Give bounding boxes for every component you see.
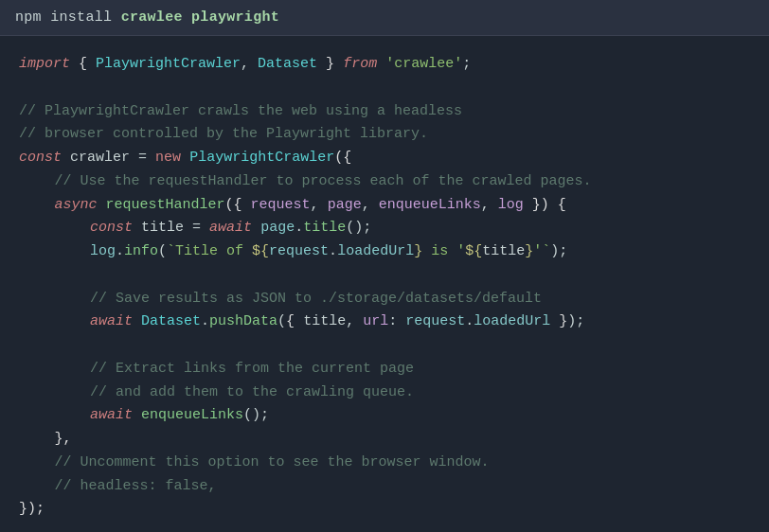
code-line-8: const title = await page.title(); bbox=[19, 217, 750, 240]
code-line-blank-1 bbox=[19, 77, 750, 100]
code-line-18: // Uncomment this option to see the brow… bbox=[19, 452, 750, 475]
code-line-16: await enqueueLinks(); bbox=[19, 404, 750, 428]
code-line-5: const crawler = new PlaywrightCrawler({ bbox=[19, 147, 750, 170]
code-area: import { PlaywrightCrawler, Dataset } fr… bbox=[0, 36, 769, 532]
code-line-blank-3 bbox=[19, 334, 750, 358]
code-line-12: await Dataset.pushData({ title, url: req… bbox=[19, 310, 750, 334]
package-crawlee: crawlee bbox=[121, 9, 183, 26]
code-line-11: // Save results as JSON to ./storage/dat… bbox=[19, 288, 750, 311]
command-text: npm install crawlee playwright bbox=[15, 9, 279, 26]
code-line-15: // and add them to the crawling queue. bbox=[19, 381, 750, 405]
code-line-6: // Use the requestHandler to process eac… bbox=[19, 170, 750, 194]
code-line-20: }); bbox=[19, 498, 750, 522]
code-line-9: log.info(`Title of ${request.loadedUrl} … bbox=[19, 240, 750, 264]
code-line-blank-2 bbox=[19, 264, 750, 288]
top-bar: npm install crawlee playwright bbox=[0, 0, 769, 36]
code-line-3: // PlaywrightCrawler crawls the web usin… bbox=[19, 100, 750, 124]
package-playwright: playwright bbox=[191, 9, 279, 26]
code-line-19: // headless: false, bbox=[19, 475, 750, 499]
code-line-17: }, bbox=[19, 428, 750, 452]
code-line-14: // Extract links from the current page bbox=[19, 358, 750, 381]
code-line-1: import { PlaywrightCrawler, Dataset } fr… bbox=[19, 53, 750, 77]
code-line-4: // browser controlled by the Playwright … bbox=[19, 123, 750, 147]
code-line-7: async requestHandler({ request, page, en… bbox=[19, 194, 750, 218]
npm-keyword: npm install bbox=[15, 9, 121, 26]
